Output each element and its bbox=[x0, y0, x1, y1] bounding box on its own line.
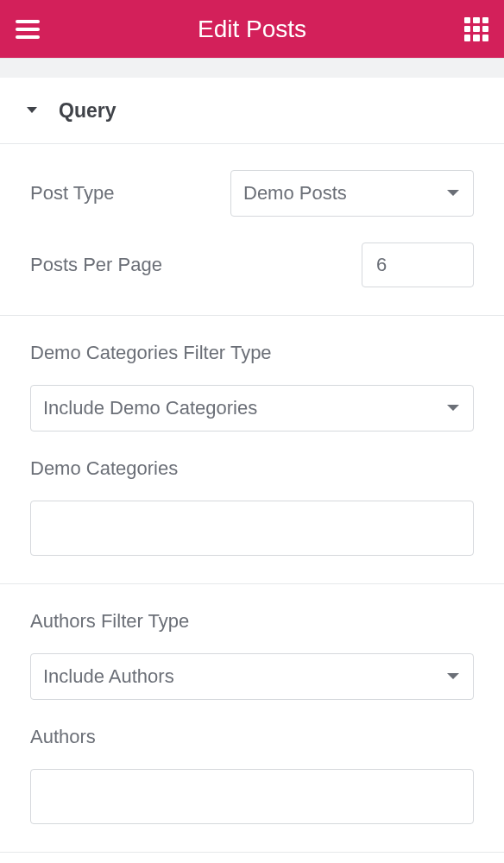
group-authors-filter-type: Authors Filter Type Include Authors bbox=[30, 610, 474, 700]
label-authors: Authors bbox=[30, 726, 474, 748]
select-post-type-value: Demo Posts bbox=[230, 170, 474, 217]
caret-down-icon bbox=[26, 103, 38, 118]
label-posts-per-page: Posts Per Page bbox=[30, 254, 162, 276]
panel-content: Post Type Demo Posts Posts Per Page Demo… bbox=[0, 144, 504, 863]
select-authors-filter-type[interactable]: Include Authors bbox=[30, 653, 474, 700]
label-authors-filter-type: Authors Filter Type bbox=[30, 610, 474, 633]
section-authors: Authors Filter Type Include Authors Auth… bbox=[0, 584, 504, 853]
group-demo-categories: Demo Categories bbox=[30, 457, 474, 556]
section-general: Post Type Demo Posts Posts Per Page bbox=[0, 144, 504, 316]
select-authors-filter-value: Include Authors bbox=[30, 653, 474, 700]
input-posts-per-page[interactable] bbox=[362, 243, 474, 287]
multiselect-authors[interactable] bbox=[30, 769, 474, 824]
select-post-type[interactable]: Demo Posts bbox=[230, 170, 474, 217]
panel-title: Query bbox=[59, 99, 116, 123]
row-post-type: Post Type Demo Posts bbox=[30, 170, 474, 217]
select-demo-cat-filter-type[interactable]: Include Demo Categories bbox=[30, 385, 474, 432]
menu-icon[interactable] bbox=[16, 20, 40, 39]
row-posts-per-page: Posts Per Page bbox=[30, 243, 474, 287]
group-authors: Authors bbox=[30, 726, 474, 824]
header-spacer bbox=[0, 58, 504, 78]
panel-header-query[interactable]: Query bbox=[0, 78, 504, 144]
app-header: Edit Posts bbox=[0, 0, 504, 58]
section-demo-categories: Demo Categories Filter Type Include Demo… bbox=[0, 316, 504, 584]
select-demo-cat-filter-value: Include Demo Categories bbox=[30, 385, 474, 432]
label-demo-categories: Demo Categories bbox=[30, 457, 474, 480]
header-title: Edit Posts bbox=[198, 16, 306, 43]
apps-grid-icon[interactable] bbox=[464, 17, 488, 41]
multiselect-demo-categories[interactable] bbox=[30, 501, 474, 556]
label-post-type: Post Type bbox=[30, 182, 114, 205]
section-demo-posts: Demo Posts Filter Type bbox=[0, 853, 504, 863]
label-demo-cat-filter-type: Demo Categories Filter Type bbox=[30, 342, 474, 364]
group-demo-categories-filter-type: Demo Categories Filter Type Include Demo… bbox=[30, 342, 474, 432]
